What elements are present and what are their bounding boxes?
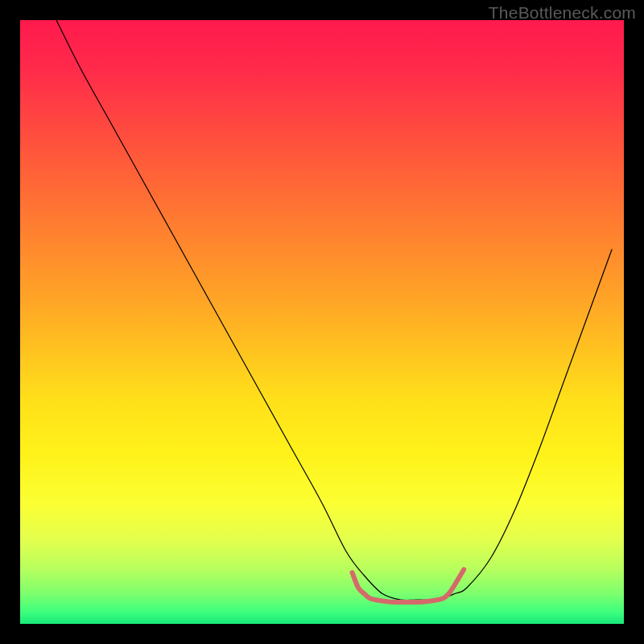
series-bottleneck-curve — [56, 20, 612, 601]
series-group — [56, 20, 612, 602]
series-optimal-zone-marker — [353, 570, 464, 603]
plot-area — [20, 20, 624, 624]
chart-frame: TheBottleneck.com — [0, 0, 644, 644]
chart-svg — [20, 20, 624, 624]
